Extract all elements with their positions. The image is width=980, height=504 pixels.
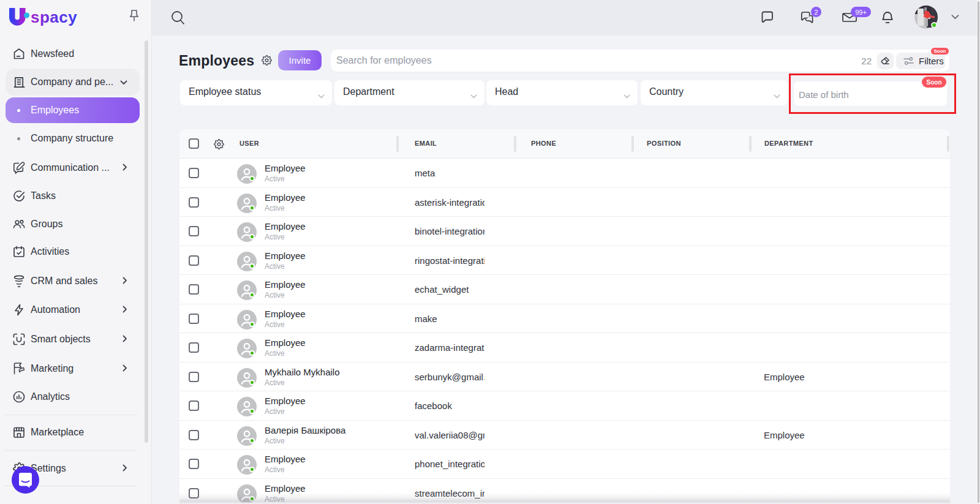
svg-text:spacy: spacy <box>31 8 77 26</box>
